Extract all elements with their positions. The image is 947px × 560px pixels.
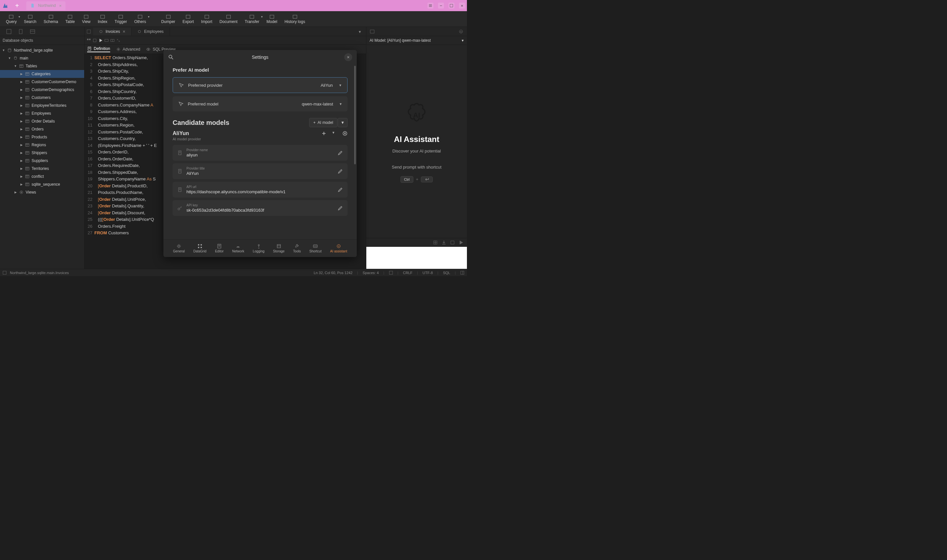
toolbar-dumper[interactable]: Dumper [158, 13, 179, 25]
viewtab-definition[interactable]: Definition [87, 46, 110, 52]
toolbar-query[interactable]: Query ▼ [3, 13, 20, 25]
tree-schema[interactable]: ▼ main [0, 54, 84, 62]
editor-tab[interactable]: Invoices × [93, 28, 131, 35]
tree-table-item[interactable]: ▶ CustomerDemographics [0, 86, 84, 94]
settings-tab-shortcut[interactable]: Shortcut [308, 243, 323, 254]
settings-tab-editor[interactable]: Editor [213, 243, 226, 254]
tree-table-item[interactable]: ▶ Regions [0, 141, 84, 149]
tree-table-item[interactable]: ▶ Products [0, 133, 84, 141]
preferred-model-field[interactable]: Preferred model qwen-max-latest ▼ [172, 96, 348, 111]
ai-panel-tool-icon[interactable] [370, 29, 375, 34]
tabs-dropdown-icon[interactable]: ▾ [359, 29, 363, 34]
ai-prompt-input[interactable] [366, 246, 467, 269]
line-number: 27 [85, 230, 94, 237]
tree-table-item[interactable]: ▶ Categories [0, 70, 84, 78]
status-icon[interactable] [389, 271, 393, 275]
ai-model-selector[interactable]: AI Model: [AliYun] qwen-max-latest ▾ [366, 36, 467, 45]
toolbar-trigger[interactable]: Trigger [111, 13, 131, 25]
edit-icon[interactable] [338, 169, 343, 174]
tab-grid-icon[interactable] [86, 29, 91, 34]
caret-right-icon: ▶ [20, 159, 23, 162]
new-tab-button[interactable]: + [15, 2, 19, 9]
tree-table-item[interactable]: ▶ Shippers [0, 149, 84, 157]
subtool-icon[interactable] [110, 38, 115, 43]
window-tab-close-icon[interactable]: × [59, 3, 62, 8]
subtool-icon[interactable] [92, 38, 97, 43]
status-panel-icon[interactable] [460, 271, 464, 275]
play-icon[interactable] [98, 38, 103, 43]
status-lang[interactable]: SQL [443, 271, 450, 275]
tree-table-item[interactable]: ▶ Order Details [0, 117, 84, 125]
settings-scrollbar[interactable] [354, 66, 356, 164]
toolbar-transfer[interactable]: Transfer ▼ [241, 13, 262, 25]
toolbar-schema[interactable]: Schema [40, 13, 62, 25]
subtool-icon[interactable] [86, 38, 91, 43]
window-close-icon[interactable]: × [459, 3, 465, 9]
search-icon[interactable] [168, 54, 174, 60]
tree-table-item[interactable]: ▶ EmployeeTerritories [0, 102, 84, 109]
window-maximize-icon[interactable]: ☐ [448, 3, 454, 9]
viewtab-advanced[interactable]: Advanced [116, 47, 140, 52]
status-icon[interactable] [3, 271, 6, 275]
tree-table-item[interactable]: ▶ CustomerCustomerDemo [0, 78, 84, 86]
toolbar-import[interactable]: Import [198, 13, 216, 25]
sidebar-tool-icon[interactable] [6, 29, 12, 34]
ai-panel-tool-icon[interactable]: AI [458, 29, 463, 34]
table-icon [25, 80, 29, 84]
tab-close-icon[interactable]: × [123, 29, 125, 34]
tree-table-item[interactable]: ▶ Employees [0, 109, 84, 117]
edit-icon[interactable] [338, 187, 343, 192]
tree-table-item[interactable]: ▶ conflict [0, 172, 84, 180]
settings-tab-logging[interactable]: Logging [251, 243, 267, 254]
settings-tab-network[interactable]: Network [230, 243, 246, 254]
sidebar-tool-icon[interactable] [29, 29, 35, 34]
subtool-icon[interactable] [104, 38, 109, 43]
tree-views[interactable]: ▶ Views [0, 188, 84, 196]
tree-table-item[interactable]: ▶ Territories [0, 165, 84, 172]
toolbar-others[interactable]: Others ▼ [131, 13, 149, 25]
ai-download-icon[interactable] [441, 240, 447, 245]
settings-tab-ai-assistant[interactable]: AI AI assistant [328, 243, 349, 254]
line-number: 4 [85, 75, 94, 83]
provider-add-icon[interactable] [321, 131, 326, 136]
status-encoding[interactable]: UTF-8 [422, 271, 433, 275]
tree-db[interactable]: ▼ Northwind_large.sqlite [0, 46, 84, 54]
tree-table-item[interactable]: ▶ Orders [0, 125, 84, 133]
toolbar-index[interactable]: Index [94, 13, 111, 25]
chevron-down-icon[interactable]: ▼ [332, 131, 337, 136]
toolbar-table[interactable]: Table [62, 13, 78, 25]
hamburger-icon[interactable] [428, 3, 433, 9]
status-spaces[interactable]: Spaces: 4 [363, 271, 379, 275]
toolbar-document[interactable]: Document [216, 13, 241, 25]
edit-icon[interactable] [338, 205, 343, 211]
editor-tab[interactable]: Employees [131, 28, 170, 35]
tree-tables[interactable]: ▼ Tables [0, 62, 84, 70]
toolbar-view[interactable]: View [79, 13, 94, 25]
tree-table-item[interactable]: ▶ Suppliers [0, 157, 84, 165]
toolbar-export[interactable]: Export [179, 13, 197, 25]
table-icon [25, 111, 29, 116]
preferred-provider-field[interactable]: Preferred provider AliYun ▼ [172, 77, 348, 93]
edit-icon[interactable] [338, 150, 343, 155]
window-minimize-icon[interactable]: − [438, 3, 444, 9]
settings-tab-tools[interactable]: Tools [291, 243, 302, 254]
ai-tool-icon[interactable] [433, 240, 438, 245]
tree-table-item[interactable]: ▶ sqlite_sequence [0, 180, 84, 188]
subtool-icon[interactable] [116, 38, 121, 43]
sidebar-tool-icon[interactable] [18, 29, 24, 34]
settings-tab-general[interactable]: General [171, 243, 187, 254]
toolbar-search[interactable]: Search [21, 13, 40, 25]
settings-tab-storage[interactable]: Storage [271, 243, 286, 254]
window-tab[interactable]: Northwind × [26, 1, 66, 10]
ai-tool-icon[interactable] [450, 240, 455, 245]
add-ai-model-button[interactable]: + AI model [309, 118, 337, 127]
tree-table-item[interactable]: ▶ Customers [0, 94, 84, 102]
toolbar-model[interactable]: Model [263, 13, 281, 25]
settings-tab-datagrid[interactable]: DataGrid [191, 243, 208, 254]
settings-close-button[interactable]: × [344, 53, 352, 61]
provider-remove-icon[interactable] [342, 131, 348, 136]
status-crlf[interactable]: CRLF [403, 271, 413, 275]
toolbar-history-logs[interactable]: History logs [281, 13, 308, 25]
add-model-dropdown[interactable]: ▼ [338, 118, 348, 127]
ai-send-icon[interactable] [458, 240, 463, 245]
